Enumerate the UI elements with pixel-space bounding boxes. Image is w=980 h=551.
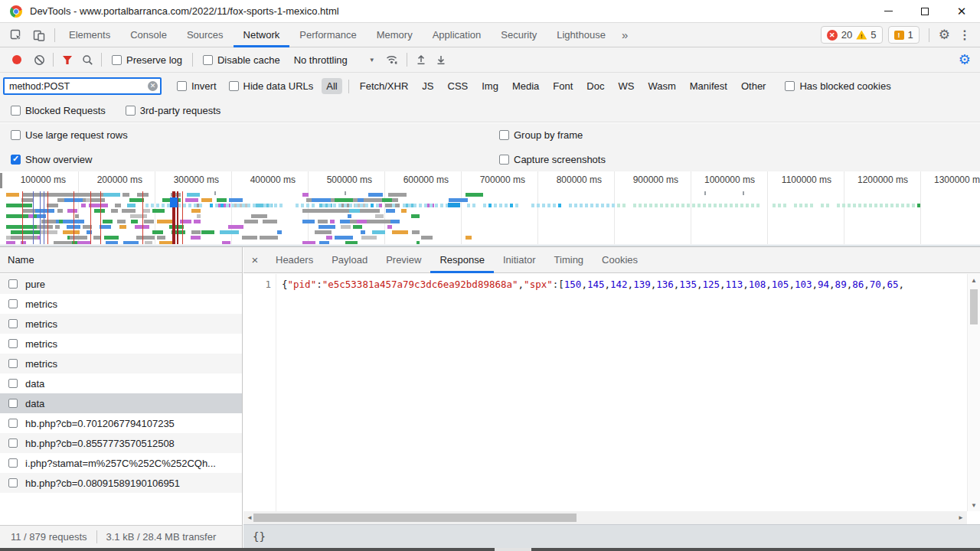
filter-type-wasm[interactable]: Wasm <box>643 78 680 94</box>
tab-performance[interactable]: Performance <box>289 23 366 47</box>
tab-security[interactable]: Security <box>491 23 547 47</box>
request-row-checkbox[interactable] <box>8 478 18 487</box>
request-row-metrics[interactable]: metrics <box>0 314 242 334</box>
has-blocked-cookies-toggle[interactable]: Has blocked cookies <box>779 80 897 92</box>
detail-tab-payload[interactable]: Payload <box>322 247 377 273</box>
blocked-requests-toggle[interactable]: Blocked Requests <box>5 105 112 116</box>
maximize-button[interactable] <box>906 0 943 22</box>
settings-gear-button[interactable]: ⚙ <box>939 28 950 41</box>
request-row-pure[interactable]: pure <box>0 274 242 294</box>
detail-tab-response[interactable]: Response <box>430 247 494 273</box>
clear-filter-icon[interactable]: ✕ <box>148 81 158 91</box>
invert-toggle[interactable]: Invert <box>171 80 223 92</box>
disable-cache-checkbox[interactable] <box>203 55 213 65</box>
import-har-button[interactable] <box>411 50 431 70</box>
response-content[interactable]: 1 {"pid":"e5c53381a457a79c3dc6ea92bd8986… <box>243 274 967 511</box>
export-har-button[interactable] <box>431 50 451 70</box>
preserve-log-checkbox[interactable] <box>112 55 122 65</box>
request-row-checkbox[interactable] <box>8 419 18 428</box>
filter-type-all[interactable]: All <box>322 78 341 94</box>
request-row-checkbox[interactable] <box>8 379 18 388</box>
request-row-checkbox[interactable] <box>8 279 18 289</box>
show-overview-toggle[interactable]: Show overview <box>11 154 92 165</box>
disable-cache-toggle[interactable]: Disable cache <box>197 54 286 66</box>
inspect-element-button[interactable] <box>5 24 28 46</box>
request-row-checkbox[interactable] <box>8 399 18 408</box>
filter-type-fetch-xhr[interactable]: Fetch/XHR <box>355 78 413 94</box>
horizontal-scrollbar[interactable]: ◄ ► <box>243 511 967 524</box>
has-blocked-cookies-checkbox[interactable] <box>785 81 795 91</box>
detail-tab-initiator[interactable]: Initiator <box>494 247 545 273</box>
hide-data-urls-toggle[interactable]: Hide data URLs <box>223 80 320 92</box>
request-row-hb-php-cb-0-08091589190106951[interactable]: hb.php?cb=0.08091589190106951 <box>0 473 242 493</box>
request-row-hb-php-cb-0-8557773570512508[interactable]: hb.php?cb=0.8557773570512508 <box>0 433 242 453</box>
tab-sources[interactable]: Sources <box>177 23 234 47</box>
scroll-right-arrow[interactable]: ► <box>955 511 967 523</box>
filter-button[interactable] <box>57 50 77 70</box>
vertical-scrollbar[interactable]: ▲ ▼ <box>967 274 980 511</box>
detail-tab-preview[interactable]: Preview <box>377 247 430 273</box>
capture-screenshots-toggle[interactable]: Capture screenshots <box>499 154 606 165</box>
filter-type-img[interactable]: Img <box>477 78 503 94</box>
search-button[interactable] <box>77 50 97 70</box>
tab-elements[interactable]: Elements <box>59 23 120 47</box>
invert-checkbox[interactable] <box>177 81 187 91</box>
kebab-menu-button[interactable]: ⋮ <box>956 28 974 42</box>
network-settings-gear-button[interactable]: ⚙ <box>959 53 974 67</box>
more-tabs-button[interactable]: » <box>616 28 634 41</box>
detail-tab-timing[interactable]: Timing <box>545 247 593 273</box>
filter-type-doc[interactable]: Doc <box>582 78 609 94</box>
filter-type-css[interactable]: CSS <box>443 78 473 94</box>
hide-data-urls-checkbox[interactable] <box>229 81 239 91</box>
blocked-requests-checkbox[interactable] <box>11 106 21 116</box>
capture-screenshots-checkbox[interactable] <box>499 155 509 165</box>
vertical-scroll-thumb[interactable] <box>970 289 978 324</box>
detail-tab-cookies[interactable]: Cookies <box>593 247 647 273</box>
request-row-hb-php-cb-0-7012067794107235[interactable]: hb.php?cb=0.7012067794107235 <box>0 413 242 433</box>
request-row-checkbox[interactable] <box>8 299 18 308</box>
filter-type-ws[interactable]: WS <box>613 78 639 94</box>
group-by-frame-toggle[interactable]: Group by frame <box>499 129 583 141</box>
request-row-metrics[interactable]: metrics <box>0 294 242 314</box>
request-row-checkbox[interactable] <box>8 319 18 328</box>
third-party-checkbox[interactable] <box>126 106 136 116</box>
show-overview-checkbox[interactable] <box>11 155 21 165</box>
minimize-button[interactable] <box>870 0 906 22</box>
scroll-up-arrow[interactable]: ▲ <box>968 274 980 286</box>
scroll-down-arrow[interactable]: ▼ <box>968 499 980 511</box>
request-row-metrics[interactable]: metrics <box>0 354 242 373</box>
name-column-header[interactable]: Name <box>0 247 242 273</box>
tab-console[interactable]: Console <box>120 23 177 47</box>
preserve-log-toggle[interactable]: Preserve log <box>106 54 188 66</box>
request-row-checkbox[interactable] <box>8 458 18 468</box>
request-row-data[interactable]: data <box>0 393 242 413</box>
tab-memory[interactable]: Memory <box>367 23 423 47</box>
third-party-toggle[interactable]: 3rd-party requests <box>119 105 227 116</box>
format-button[interactable]: {} <box>253 530 266 543</box>
filter-type-manifest[interactable]: Manifest <box>685 78 732 94</box>
filter-type-js[interactable]: JS <box>417 78 438 94</box>
filter-type-other[interactable]: Other <box>737 78 771 94</box>
filter-type-media[interactable]: Media <box>508 78 544 94</box>
request-row-checkbox[interactable] <box>8 439 18 448</box>
tab-lighthouse[interactable]: Lighthouse <box>547 23 616 47</box>
group-by-frame-checkbox[interactable] <box>499 130 509 140</box>
close-detail-button[interactable]: × <box>243 253 266 266</box>
request-row-metrics[interactable]: metrics <box>0 334 242 354</box>
device-toolbar-button[interactable] <box>28 24 51 46</box>
filter-type-font[interactable]: Font <box>548 78 577 94</box>
horizontal-scroll-thumb[interactable] <box>253 514 577 522</box>
use-large-rows-checkbox[interactable] <box>11 130 21 140</box>
clear-button[interactable] <box>29 50 49 70</box>
tab-network[interactable]: Network <box>234 23 290 47</box>
network-conditions-button[interactable] <box>383 50 403 70</box>
tab-application[interactable]: Application <box>423 23 492 47</box>
request-row-data[interactable]: data <box>0 373 242 393</box>
close-button[interactable]: ✕ <box>943 0 980 22</box>
request-row-i-php-stamat-m-257c-252c-252cq[interactable]: i.php?stamat=m%257C%252C%252CQh... <box>0 453 242 473</box>
throttling-dropdown[interactable]: No throttling ▼ <box>286 54 383 66</box>
request-row-checkbox[interactable] <box>8 339 18 348</box>
detail-tab-headers[interactable]: Headers <box>266 247 322 273</box>
use-large-rows-toggle[interactable]: Use large request rows <box>11 129 128 141</box>
request-row-checkbox[interactable] <box>8 359 18 368</box>
